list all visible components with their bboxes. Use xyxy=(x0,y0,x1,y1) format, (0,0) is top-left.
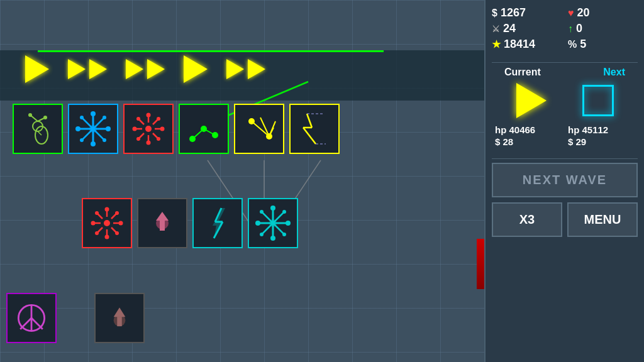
tower-purple-peace[interactable] xyxy=(6,293,57,343)
peace-tower-icon xyxy=(13,299,50,337)
svg-line-32 xyxy=(139,133,144,138)
svg-line-65 xyxy=(97,228,103,233)
svg-point-38 xyxy=(157,137,160,141)
tower-burst-2[interactable] xyxy=(82,198,132,248)
tower-freeze[interactable] xyxy=(68,104,118,154)
svg-point-39 xyxy=(157,117,160,121)
svg-point-73 xyxy=(95,231,99,235)
up-stat: ↑ 0 xyxy=(568,22,638,35)
health-bar xyxy=(477,239,484,289)
burst-tower-icon xyxy=(128,109,169,149)
svg-point-86 xyxy=(270,236,275,241)
dark-up-tower-icon xyxy=(101,299,138,337)
percent-value: 5 xyxy=(580,38,586,51)
wave-preview xyxy=(492,83,638,118)
tower-connector[interactable] xyxy=(179,104,229,154)
svg-line-97 xyxy=(31,318,43,329)
svg-point-36 xyxy=(160,127,165,131)
svg-line-49 xyxy=(260,118,269,136)
tower-dark-up[interactable] xyxy=(94,293,145,343)
percent-icon: % xyxy=(568,39,577,50)
connector-tower-icon xyxy=(184,109,224,149)
svg-point-18 xyxy=(106,126,111,131)
svg-point-15 xyxy=(91,111,96,116)
sword-stat: ⚔ 24 xyxy=(492,22,562,35)
path-line xyxy=(38,50,384,52)
svg-point-34 xyxy=(147,141,151,145)
svg-point-70 xyxy=(95,211,99,215)
lightning-tower-icon xyxy=(294,109,335,149)
money-stat: $ 1267 xyxy=(492,6,562,19)
svg-point-23 xyxy=(89,125,97,133)
current-cost: $ 28 xyxy=(495,136,562,147)
next-wave-button[interactable]: NEXT WAVE xyxy=(492,163,638,197)
menu-button[interactable]: MENU xyxy=(567,202,638,237)
svg-point-22 xyxy=(80,138,84,142)
star-icon: ★ xyxy=(492,38,501,50)
enemy-tri-sm-5 xyxy=(226,59,244,79)
towers-row-1 xyxy=(13,104,340,154)
svg-line-62 xyxy=(97,214,103,219)
svg-point-19 xyxy=(80,116,84,119)
svg-rect-76 xyxy=(160,221,165,231)
svg-point-20 xyxy=(103,138,106,142)
stats-grid: $ 1267 ♥ 20 ⚔ 24 ↑ 0 ★ 18414 % 5 xyxy=(492,6,638,51)
svg-point-91 xyxy=(282,210,286,214)
enemy-triangle-2 xyxy=(68,59,107,79)
next-cost: $ 29 xyxy=(568,136,635,147)
percent-stat: % 5 xyxy=(568,38,638,51)
svg-point-33 xyxy=(147,113,151,118)
tower-empty-up[interactable] xyxy=(137,198,187,248)
svg-point-85 xyxy=(270,206,275,211)
hearts-stat: ♥ 20 xyxy=(568,6,638,19)
enemies-row xyxy=(25,55,265,83)
svg-point-89 xyxy=(260,210,264,214)
current-next-header: Current Next xyxy=(492,67,638,78)
next-wave-square xyxy=(582,85,614,116)
tower-lightning[interactable] xyxy=(289,104,340,154)
poison-tower-icon xyxy=(18,109,58,149)
svg-point-72 xyxy=(115,211,119,215)
next-label: Next xyxy=(603,67,625,78)
burst-tower-2-icon xyxy=(87,203,127,243)
svg-point-16 xyxy=(91,141,96,146)
enemy-tri-sm-3 xyxy=(126,59,143,79)
svg-point-7 xyxy=(28,113,32,117)
divider-1 xyxy=(492,62,638,63)
sidebar: $ 1267 ♥ 20 ⚔ 24 ↑ 0 ★ 18414 % 5 Curren xyxy=(484,0,644,362)
svg-line-44 xyxy=(192,129,204,139)
enemy-tri-sm-4 xyxy=(147,59,165,79)
cyan-lightning-icon xyxy=(197,203,238,243)
enemy-triangle-4 xyxy=(184,55,208,83)
up-value: 0 xyxy=(576,22,582,35)
svg-line-10 xyxy=(38,131,42,135)
svg-point-37 xyxy=(136,117,140,121)
dollar-icon: $ xyxy=(492,8,497,19)
svg-point-24 xyxy=(145,126,152,132)
towers-row-2 xyxy=(82,198,298,248)
svg-point-69 xyxy=(119,221,123,226)
enemy-tri-sm-1 xyxy=(68,59,86,79)
tower-angle[interactable] xyxy=(234,104,284,154)
svg-line-54 xyxy=(303,128,316,144)
svg-point-90 xyxy=(282,233,286,236)
enemy-triangle-1 xyxy=(25,55,49,83)
x3-button[interactable]: X3 xyxy=(492,202,562,237)
sword-value: 24 xyxy=(503,22,516,35)
tower-poison[interactable] xyxy=(13,104,63,154)
svg-marker-75 xyxy=(156,212,169,221)
current-wave-triangle xyxy=(516,83,547,118)
svg-point-87 xyxy=(255,221,260,226)
tower-burst-red[interactable] xyxy=(123,104,174,154)
tower-freeze-2[interactable] xyxy=(248,198,298,248)
svg-point-71 xyxy=(115,231,119,235)
svg-rect-100 xyxy=(117,317,122,326)
tower-cyan-lightning[interactable] xyxy=(192,198,243,248)
svg-line-64 xyxy=(111,214,116,219)
svg-line-29 xyxy=(139,119,144,124)
svg-marker-99 xyxy=(114,307,126,317)
svg-point-21 xyxy=(103,116,106,119)
svg-point-67 xyxy=(105,235,109,239)
svg-line-31 xyxy=(153,119,158,124)
next-hp: hp 45112 xyxy=(568,124,635,135)
